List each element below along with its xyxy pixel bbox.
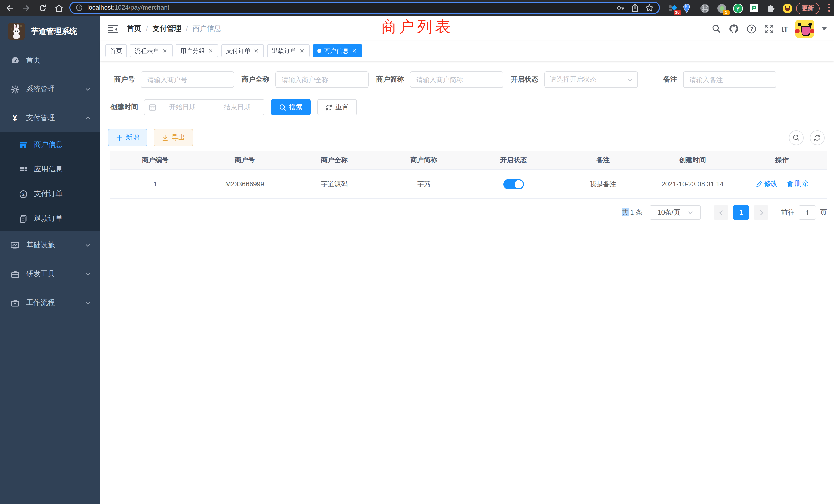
search-icon[interactable]: [712, 24, 721, 33]
filter-label: 备注: [663, 75, 677, 84]
sidebar-item-merchant-info[interactable]: 商户信息: [0, 132, 100, 157]
col-header: 商户编号: [110, 151, 200, 169]
site-info-icon[interactable]: [75, 4, 83, 11]
fullscreen-icon[interactable]: [764, 24, 774, 33]
full-name-input[interactable]: [281, 75, 363, 84]
grid-icon: [19, 165, 28, 174]
sidebar-item-label: 退款订单: [34, 214, 63, 223]
close-icon[interactable]: ✕: [253, 45, 259, 57]
show-search-toggle-button[interactable]: [789, 130, 804, 145]
cell-full-name: 芋道源码: [290, 169, 379, 198]
ext-chat-icon[interactable]: [749, 3, 759, 13]
sidebar-item-label: 支付订单: [34, 189, 63, 199]
create-time-range-picker[interactable]: 开始日期 - 结束日期: [144, 99, 264, 115]
refresh-table-button[interactable]: [810, 130, 825, 145]
address-bar[interactable]: localhost:1024/pay/merchant: [69, 2, 660, 14]
table-header-row: 商户编号 商户号 商户全称 商户简称 开启状态 备注 创建时间 操作: [110, 151, 827, 169]
tab-merchant-info[interactable]: 商户信息✕: [313, 44, 362, 58]
ext-command-icon[interactable]: [699, 3, 710, 13]
ext-balloon-icon[interactable]: [681, 3, 692, 13]
tab-user-group[interactable]: 用户分组✕: [176, 44, 218, 58]
annotation-title: 商户列表: [381, 17, 453, 38]
reset-button[interactable]: 重置: [317, 99, 357, 115]
cell-merchant-no: M233666999: [200, 169, 290, 198]
extensions-puzzle-icon[interactable]: [766, 3, 776, 13]
sidebar-item-system[interactable]: 系统管理: [0, 75, 100, 104]
col-header: 创建时间: [648, 151, 738, 169]
ext-diamond-icon[interactable]: 10: [667, 3, 678, 13]
url-path: :1024/pay/merchant: [113, 4, 170, 11]
browser-reload-icon[interactable]: [38, 4, 47, 13]
sidebar-item-app-info[interactable]: 应用信息: [0, 157, 100, 182]
browser-forward-icon[interactable]: [22, 4, 31, 13]
user-avatar[interactable]: [795, 20, 814, 38]
prev-page-button[interactable]: [714, 205, 728, 220]
tab-home[interactable]: 首页: [105, 44, 127, 58]
sidebar-item-workflow[interactable]: 工作流程: [0, 289, 100, 317]
page-size-select[interactable]: 10条/页: [650, 205, 701, 220]
breadcrumb-payment[interactable]: 支付管理: [153, 24, 181, 33]
sidebar-item-pay-order[interactable]: ¥ 支付订单: [0, 182, 100, 206]
add-button[interactable]: 新增: [108, 129, 147, 146]
sidebar-item-label: 基础设施: [26, 241, 85, 250]
share-icon[interactable]: [631, 3, 639, 12]
avatar-caret-icon[interactable]: [822, 27, 827, 33]
next-page-button[interactable]: [754, 205, 768, 220]
help-icon[interactable]: ?: [747, 24, 756, 33]
password-key-icon[interactable]: [616, 3, 625, 12]
breadcrumb-home[interactable]: 首页: [127, 24, 141, 33]
ext-badge: 10: [674, 10, 681, 16]
col-header: 商户简称: [379, 151, 468, 169]
status-toggle[interactable]: [503, 179, 524, 189]
remark-input[interactable]: [688, 75, 771, 84]
page-number-1[interactable]: 1: [733, 205, 749, 220]
browser-menu-icon[interactable]: [828, 4, 830, 12]
url-text: localhost:1024/pay/merchant: [87, 4, 170, 11]
sidebar-item-refund-order[interactable]: 退款订单: [0, 206, 100, 231]
sidebar-item-home[interactable]: 首页: [0, 46, 100, 75]
goto-page-input[interactable]: [798, 205, 816, 220]
tab-process-form[interactable]: 流程表单✕: [130, 44, 173, 58]
top-navbar: 首页 / 支付管理 / 商户信息 ?: [100, 17, 834, 41]
bookmark-star-icon[interactable]: [645, 3, 654, 12]
tab-refund-order[interactable]: 退款订单✕: [267, 44, 310, 58]
close-icon[interactable]: ✕: [351, 45, 357, 57]
browser-update-button[interactable]: 更新: [796, 3, 820, 14]
chevron-down-icon: [627, 77, 632, 83]
close-icon[interactable]: ✕: [207, 45, 214, 57]
close-icon[interactable]: ✕: [299, 45, 305, 57]
sidebar-item-label: 商户信息: [34, 140, 63, 150]
browser-home-icon[interactable]: [54, 4, 64, 13]
gear-icon: [10, 85, 20, 94]
sidebar-item-label: 工作流程: [26, 298, 85, 307]
status-select[interactable]: 请选择开启状态: [544, 71, 638, 88]
ext-recorder-icon[interactable]: 1: [717, 3, 727, 13]
sidebar: 芋道管理系统 首页 系统管理 ¥ 支付管理: [0, 17, 100, 504]
table-row: 1 M233666999 芋道源码 芋艿 我是备注 2021-10-23 08:…: [110, 169, 827, 198]
search-button[interactable]: 搜索: [271, 99, 311, 115]
edit-link[interactable]: 修改: [756, 179, 777, 189]
dashboard-icon: [10, 56, 20, 65]
export-button[interactable]: 导出: [154, 129, 193, 146]
breadcrumb-current: 商户信息: [193, 24, 221, 33]
app-logo[interactable]: 芋道管理系统: [0, 17, 100, 46]
browser-back-icon[interactable]: [5, 4, 14, 13]
short-name-input[interactable]: [415, 75, 497, 84]
cell-short-name: 芋艿: [379, 169, 468, 198]
sidebar-item-infra[interactable]: 基础设施: [0, 231, 100, 260]
collapse-sidebar-icon[interactable]: [106, 23, 120, 35]
sidebar-item-label: 首页: [26, 56, 91, 65]
font-size-icon[interactable]: tT: [782, 24, 788, 33]
sidebar-item-dev-tools[interactable]: 研发工具: [0, 260, 100, 289]
merchant-no-input[interactable]: [146, 75, 228, 84]
cell-remark: 我是备注: [558, 169, 648, 198]
close-icon[interactable]: ✕: [162, 45, 168, 57]
ext-green-y-icon[interactable]: Y: [733, 3, 743, 13]
browser-profile-avatar[interactable]: [782, 3, 792, 13]
svg-text:Y: Y: [736, 5, 740, 11]
tab-pay-order[interactable]: 支付订单✕: [221, 44, 264, 58]
github-icon[interactable]: [729, 24, 739, 34]
sidebar-item-payment[interactable]: ¥ 支付管理: [0, 104, 100, 132]
delete-link[interactable]: 删除: [787, 179, 808, 189]
active-dot: [317, 49, 322, 53]
